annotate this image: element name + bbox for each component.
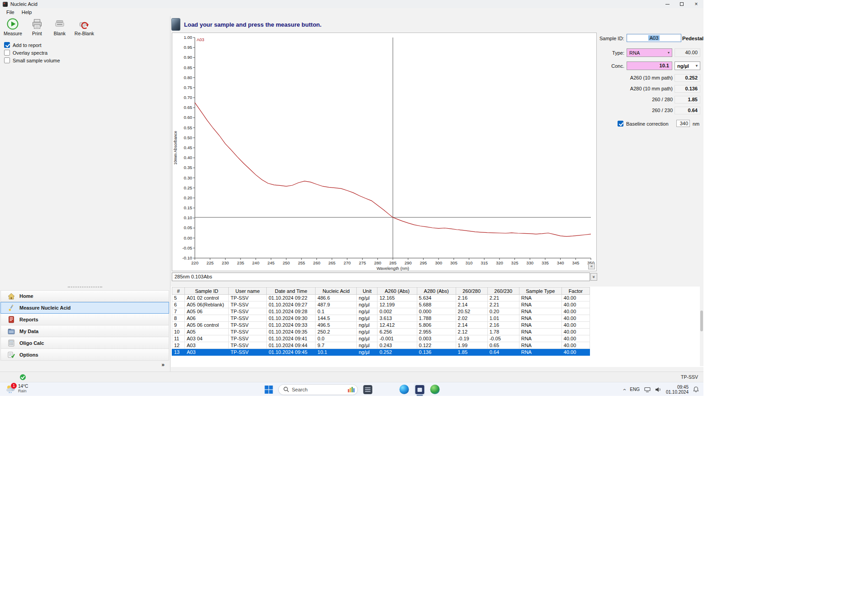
instruction-bar: Load your sample and press the measure b…	[170, 17, 321, 32]
ratio-260-280-value: 1.85	[675, 96, 700, 104]
table-cell: RNA	[519, 335, 561, 342]
search-icon	[283, 386, 289, 392]
table-row[interactable]: 5A01 02 controlTP-SSV01.10.2024 09:22486…	[172, 295, 590, 301]
column-header[interactable]: 260/280	[456, 287, 487, 295]
concentration-value-box: 10.1	[627, 61, 672, 70]
svg-text:A03: A03	[197, 37, 204, 42]
table-cell: RNA	[519, 342, 561, 349]
blank-icon	[54, 18, 66, 30]
table-row[interactable]: 6A05 06(Reblank)TP-SSV01.10.2024 09:2748…	[172, 301, 590, 308]
tool-label: Blank	[54, 31, 66, 36]
table-cell: 486.6	[316, 295, 357, 301]
column-header[interactable]: #	[172, 287, 185, 295]
taskbar-app-nucleic-acid[interactable]	[414, 384, 425, 395]
column-header[interactable]: User name	[229, 287, 267, 295]
table-row[interactable]: 10A05TP-SSV01.10.2024 09:35250.2ng/µl6.2…	[172, 329, 590, 335]
spectrum-chart[interactable]: 1.000.950.900.850.800.750.700.650.600.55…	[172, 33, 596, 271]
type-dropdown[interactable]: RNA ▾	[627, 48, 672, 57]
small-sample-volume-checkbox[interactable]: Small sample volume	[4, 57, 60, 63]
add-to-report-checkbox[interactable]: Add to report	[4, 42, 60, 48]
sidebar-item-label: Oligo Calc	[19, 340, 44, 346]
tray-overflow-chevron[interactable]: ›	[621, 389, 627, 391]
blank-button[interactable]: Blank	[52, 18, 67, 36]
printer-icon	[31, 18, 43, 30]
chart-expand-button[interactable]: »	[590, 273, 597, 281]
svg-text:235: 235	[237, 260, 244, 265]
taskbar-search[interactable]: Search	[278, 384, 358, 395]
table-row[interactable]: 11A03 04TP-SSV01.10.2024 09:410.0ng/µl-0…	[172, 335, 590, 342]
column-header[interactable]: 260/230	[487, 287, 519, 295]
data-folder-icon	[7, 328, 15, 334]
sidebar-item-home[interactable]: Home	[0, 290, 169, 302]
unit-dropdown[interactable]: ng/µl ▾	[675, 61, 700, 70]
table-cell: 0.000	[417, 308, 456, 315]
svg-text:-0.05: -0.05	[182, 245, 192, 250]
nav-overflow-chevron[interactable]: »	[161, 362, 165, 368]
system-tray: › ENG 09:45 01.10.2024	[623, 382, 699, 396]
cast-display-icon[interactable]	[644, 387, 651, 392]
table-cell: TP-SSV	[229, 342, 267, 349]
sidebar-item-reports[interactable]: Reports	[0, 314, 169, 325]
search-highlights-icon	[348, 386, 355, 393]
sidebar-item-oligo-calc[interactable]: Oligo Calc	[0, 337, 169, 349]
column-header[interactable]: Nucleic Acid	[316, 287, 357, 295]
svg-text:245: 245	[268, 260, 275, 265]
column-header[interactable]: Date and Time	[267, 287, 316, 295]
table-row[interactable]: 13A03TP-SSV01.10.2024 09:4510.1ng/µl0.25…	[172, 349, 590, 356]
svg-text:335: 335	[542, 260, 549, 265]
input-language-indicator[interactable]: ENG	[630, 387, 640, 392]
table-cell: 10.1	[316, 349, 357, 356]
sidebar-item-my-data[interactable]: My Data	[0, 325, 169, 337]
close-button[interactable]: ×	[689, 0, 703, 8]
panel-splitter[interactable]	[0, 286, 170, 288]
taskbar-app-edge[interactable]	[399, 384, 410, 395]
table-cell: TP-SSV	[229, 329, 267, 335]
taskbar: 1 14°C Rain Search	[0, 382, 703, 396]
table-cell: ng/µl	[357, 315, 377, 322]
print-button[interactable]: Print	[29, 18, 45, 36]
taskbar-app-globe[interactable]	[429, 384, 441, 395]
overlay-spectra-checkbox[interactable]: Overlay spectra	[4, 50, 60, 56]
chart-collapse-button[interactable]: «	[588, 264, 595, 269]
minimize-button[interactable]	[660, 0, 675, 8]
sidebar-item-options[interactable]: Options	[0, 349, 169, 361]
table-cell: 0.65	[487, 342, 519, 349]
menu-file[interactable]: File	[3, 9, 18, 15]
column-header[interactable]: Unit	[357, 287, 377, 295]
svg-text:255: 255	[298, 260, 305, 265]
column-header[interactable]: A280 (Abs)	[417, 287, 456, 295]
table-row[interactable]: 8A06TP-SSV01.10.2024 09:30144.5ng/µl3.61…	[172, 315, 590, 322]
taskbar-app-files[interactable]	[362, 384, 373, 395]
baseline-wavelength-input[interactable]: 340	[676, 120, 690, 127]
table-row[interactable]: 7A05 06TP-SSV01.10.2024 09:280.1ng/µl0.0…	[172, 308, 590, 315]
weather-widget[interactable]: 1 14°C Rain	[5, 384, 28, 393]
column-header[interactable]: Sample ID	[185, 287, 229, 295]
menu-help[interactable]: Help	[18, 9, 36, 15]
measure-button[interactable]: Measure	[4, 18, 22, 36]
scrollbar-thumb[interactable]	[700, 311, 703, 331]
table-cell: 0.003	[417, 335, 456, 342]
table-row[interactable]: 9A05 06 controlTP-SSV01.10.2024 09:33496…	[172, 322, 590, 329]
volume-icon[interactable]	[655, 387, 661, 392]
svg-text:0.15: 0.15	[184, 205, 193, 210]
table-row[interactable]: 12A03TP-SSV01.10.2024 09:449.7ng/µl0.243…	[172, 342, 590, 349]
table-cell: A03	[185, 349, 229, 356]
start-button[interactable]	[263, 384, 274, 395]
clock-widget[interactable]: 09:45 01.10.2024	[666, 385, 689, 395]
baseline-correction-checkbox[interactable]	[618, 121, 623, 127]
notification-bell-icon[interactable]	[693, 386, 699, 392]
sample-id-input[interactable]: A03	[627, 34, 681, 42]
svg-text:320: 320	[496, 260, 503, 265]
column-header[interactable]: Sample Type	[519, 287, 561, 295]
edge-browser-icon	[400, 385, 409, 394]
sidebar-item-label: Home	[19, 293, 33, 299]
column-header[interactable]: Factor	[561, 287, 590, 295]
sidebar-item-label: Measure Nucleic Acid	[19, 305, 71, 311]
reblank-button[interactable]: Re-Blank	[75, 18, 94, 36]
factor-value-box: 40.00	[675, 48, 700, 57]
sidebar-item-measure-nucleic-acid[interactable]: Measure Nucleic Acid	[0, 302, 169, 314]
table-scrollbar[interactable]	[700, 287, 703, 366]
results-table-body: 5A01 02 controlTP-SSV01.10.2024 09:22486…	[172, 295, 590, 356]
maximize-button[interactable]	[675, 0, 689, 8]
column-header[interactable]: A260 (Abs)	[377, 287, 417, 295]
